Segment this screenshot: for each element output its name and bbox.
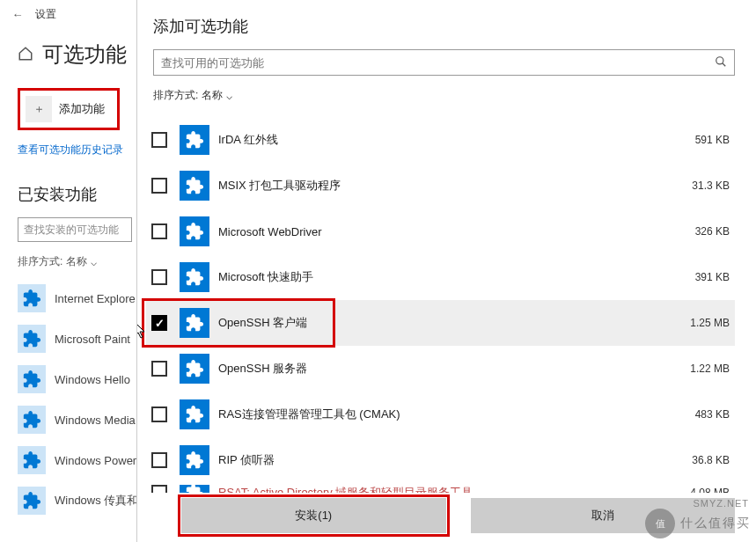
feature-row[interactable]: OpenSSH 服务器1.22 MB xyxy=(146,346,735,392)
feature-checkbox[interactable] xyxy=(151,485,167,493)
feature-name: Microsoft WebDriver xyxy=(218,225,659,238)
installed-item-label: Windows Power xyxy=(55,454,136,467)
installed-item-label: Microsoft Paint xyxy=(55,333,130,346)
feature-checkbox[interactable] xyxy=(151,452,167,468)
sort-label: 排序方式: xyxy=(18,254,62,269)
feature-checkbox[interactable] xyxy=(151,178,167,194)
feature-row-partial[interactable]: RSAT: Active Directory 域服务和轻型目录服务工具4.08 … xyxy=(146,483,735,493)
feature-size: 4.08 MB xyxy=(659,487,730,493)
feature-name: RSAT: Active Directory 域服务和轻型目录服务工具 xyxy=(218,485,659,493)
feature-name: OpenSSH 客户端 xyxy=(218,315,659,331)
feature-row[interactable]: RAS连接管理器管理工具包 (CMAK)483 KB xyxy=(146,392,735,437)
feature-icon xyxy=(18,487,46,515)
feature-size: 31.3 KB xyxy=(659,179,730,192)
feature-checkbox[interactable] xyxy=(151,269,167,285)
feature-icon xyxy=(180,171,209,201)
feature-size: 391 KB xyxy=(659,271,730,283)
installed-search-input[interactable]: 查找安装的可选功能 xyxy=(18,217,132,242)
feature-size: 326 KB xyxy=(659,225,730,238)
feature-name: RIP 侦听器 xyxy=(218,452,659,468)
feature-checkbox[interactable] xyxy=(151,361,167,377)
feature-size: 36.8 KB xyxy=(659,454,730,466)
feature-icon xyxy=(180,399,209,429)
feature-size: 1.25 MB xyxy=(659,317,730,329)
feature-icon xyxy=(180,216,209,246)
feature-icon xyxy=(180,308,209,338)
cursor-icon xyxy=(137,322,149,340)
watermark-url: SMYZ.NET xyxy=(693,498,749,509)
add-feature-button[interactable]: ＋ 添加功能 xyxy=(18,88,120,130)
chevron-down-icon: ⌵ xyxy=(226,90,232,102)
search-icon xyxy=(715,55,727,70)
watermark-logo: 值 xyxy=(645,509,675,538)
feature-row[interactable]: Microsoft 快速助手391 KB xyxy=(146,254,735,300)
modal-search[interactable] xyxy=(153,49,735,76)
modal-sort[interactable]: 排序方式: 名称 ⌵ xyxy=(153,88,735,103)
feature-size: 1.22 MB xyxy=(659,363,730,375)
feature-icon xyxy=(18,446,46,474)
feature-icon xyxy=(180,262,209,292)
feature-checkbox[interactable] xyxy=(151,132,167,148)
window-title: 设置 xyxy=(35,7,56,22)
sort-label: 排序方式: xyxy=(153,88,198,103)
add-feature-modal: 添加可选功能 排序方式: 名称 ⌵ IrDA 红外线591 KBMSIX 打包工… xyxy=(136,0,756,542)
sort-value: 名称 xyxy=(66,254,87,269)
chevron-down-icon: ⌵ xyxy=(91,256,97,268)
feature-icon xyxy=(18,406,46,434)
sort-value: 名称 xyxy=(202,88,223,103)
feature-size: 483 KB xyxy=(659,408,730,421)
feature-name: IrDA 红外线 xyxy=(218,132,659,148)
feature-row[interactable]: OpenSSH 客户端1.25 MB xyxy=(146,300,735,346)
feature-name: Microsoft 快速助手 xyxy=(218,269,659,285)
feature-size: 591 KB xyxy=(659,134,730,146)
feature-icon xyxy=(180,354,209,384)
home-icon[interactable] xyxy=(18,46,33,64)
feature-checkbox[interactable] xyxy=(151,315,167,331)
feature-icon xyxy=(180,445,209,475)
installed-item-label: Internet Explore xyxy=(55,292,136,305)
feature-checkbox[interactable] xyxy=(151,223,167,239)
installed-item-label: Windows 传真和 xyxy=(55,493,138,509)
feature-row[interactable]: RIP 侦听器36.8 KB xyxy=(146,437,735,483)
back-button[interactable]: ← xyxy=(7,4,28,25)
feature-name: RAS连接管理器管理工具包 (CMAK) xyxy=(218,406,659,422)
watermark-text: 什么值得买 xyxy=(680,516,751,531)
feature-row[interactable]: MSIX 打包工具驱动程序31.3 KB xyxy=(146,163,735,209)
feature-icon xyxy=(180,125,209,155)
svg-line-5 xyxy=(723,62,726,66)
watermark: 值 什么值得买 xyxy=(645,509,751,538)
feature-checkbox[interactable] xyxy=(151,406,167,422)
feature-icon xyxy=(18,325,46,353)
page-title: 可选功能 xyxy=(42,40,127,69)
feature-name: MSIX 打包工具驱动程序 xyxy=(218,178,659,194)
modal-title: 添加可选功能 xyxy=(153,16,735,37)
svg-point-4 xyxy=(716,56,723,63)
feature-icon xyxy=(18,284,46,312)
feature-row[interactable]: IrDA 红外线591 KB xyxy=(146,117,735,163)
installed-item-label: Windows Hello xyxy=(55,373,130,386)
plus-icon: ＋ xyxy=(26,96,52,122)
install-button[interactable]: 安装(1) xyxy=(181,498,446,533)
feature-list[interactable]: IrDA 红外线591 KBMSIX 打包工具驱动程序31.3 KBMicros… xyxy=(137,117,756,493)
feature-name: OpenSSH 服务器 xyxy=(218,361,659,377)
feature-icon xyxy=(18,365,46,393)
feature-row[interactable]: Microsoft WebDriver326 KB xyxy=(146,209,735,254)
feature-icon xyxy=(180,485,209,493)
modal-search-input[interactable] xyxy=(161,56,715,70)
add-feature-label: 添加功能 xyxy=(59,101,105,117)
installed-item-label: Windows Media xyxy=(55,414,136,427)
